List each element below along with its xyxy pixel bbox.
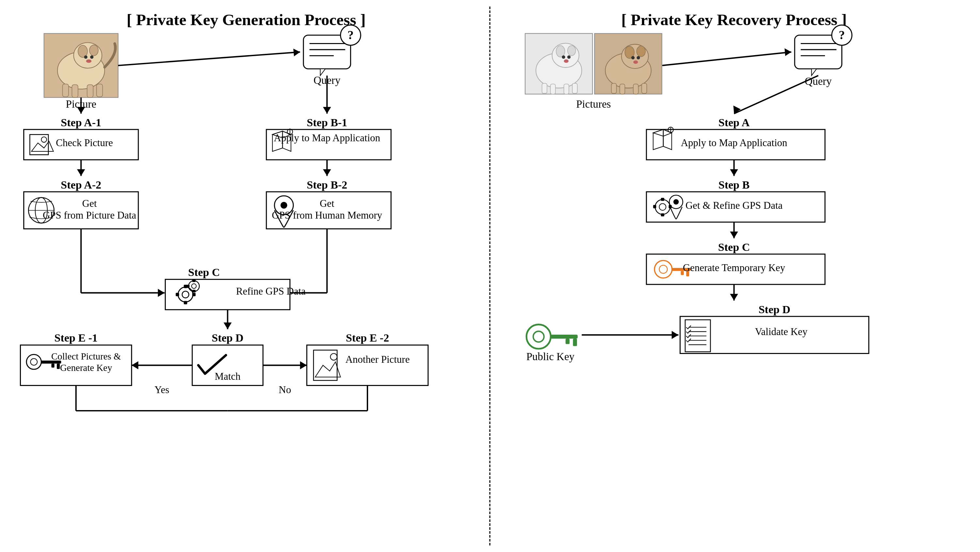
- arrow-pic-a1-head: [77, 107, 85, 114]
- c2-tooth3: [186, 285, 189, 288]
- c2-tooth2: [192, 290, 196, 292]
- step-b2-text1: Get: [320, 198, 334, 209]
- step-a2-text1: Get: [82, 198, 97, 209]
- step-a2-label: Step A-2: [61, 179, 101, 191]
- c-tooth2: [184, 301, 187, 304]
- public-key-tooth1: [573, 339, 577, 346]
- r-arrow-query-a: [734, 76, 818, 114]
- rb-tooth1: [661, 198, 664, 200]
- rd1-head: [552, 43, 579, 68]
- arrow-query-b1-head: [323, 107, 331, 114]
- dog-eye-right: [90, 56, 93, 59]
- step-rb-text: Get & Refine GPS Data: [685, 200, 783, 211]
- step-a1-label: Step A-1: [61, 116, 101, 129]
- rd1-eye-l: [562, 56, 565, 59]
- r-arrow-b-c-head: [730, 232, 738, 239]
- dog-leg3: [87, 85, 93, 97]
- arrow-a1-a2-head: [77, 169, 85, 176]
- public-key-ring-inner: [533, 331, 544, 342]
- rd2-eye-l: [631, 56, 635, 59]
- arrow-d-e1-head: [132, 361, 138, 369]
- step-rb-label: Step B: [718, 179, 749, 191]
- step-rd-text: Validate Key: [755, 326, 807, 337]
- rd1-l2: [550, 84, 555, 94]
- step-b2-label: Step B-2: [307, 179, 347, 191]
- dog-eye-left: [84, 56, 88, 59]
- step-a1-text: Check Picture: [56, 137, 113, 148]
- dog-leg2: [72, 85, 78, 97]
- step-e2-label: Step E -2: [346, 332, 389, 344]
- step-rc-text: Generate Temporary Key: [683, 262, 785, 274]
- public-key-ring: [527, 325, 550, 349]
- right-panel: [ Private Key Recovery Process ]: [495, 6, 974, 546]
- e1-text1: Collect Pictures &: [51, 351, 121, 361]
- rd1-ear-l: [556, 46, 565, 57]
- r-arrow-pk-d-head: [671, 331, 678, 339]
- step-d-text: Match: [215, 371, 241, 382]
- public-key-tooth2: [566, 339, 570, 344]
- rd2-eye-r: [636, 56, 640, 59]
- r-arrow-pics-query: [662, 52, 791, 65]
- rd2-ear-r: [636, 46, 645, 57]
- dog-head: [74, 42, 102, 68]
- rd2-l2: [620, 84, 625, 94]
- dog-nose: [86, 59, 92, 63]
- arrow-c-d-head: [224, 322, 232, 329]
- rd1-ear-r: [568, 46, 576, 56]
- left-title: [ Private Key Generation Process ]: [127, 11, 366, 29]
- arrow-a2-c-head: [158, 289, 165, 297]
- b2-pin-dot: [281, 202, 288, 209]
- rb-pin-dot: [673, 199, 679, 205]
- c2-tooth1: [192, 279, 196, 282]
- c-tooth3: [176, 293, 179, 296]
- step-ra-label: Step A: [718, 116, 749, 129]
- r-arrow-c-d-head: [730, 294, 738, 301]
- step-b1-label: Step B-1: [307, 116, 347, 129]
- dog-ear-right: [89, 45, 98, 56]
- rd1-l4: [572, 83, 577, 93]
- step-ra-text: Apply to Map Application: [681, 137, 788, 148]
- r-arrow-pics-query-head: [784, 48, 791, 56]
- step-c-text: Refine GPS Data: [236, 285, 306, 297]
- yes-label: Yes: [155, 384, 169, 395]
- e2-text1: Another Picture: [345, 354, 410, 365]
- rb-tooth2: [661, 213, 664, 216]
- left-panel: [ Private Key Generation Process ] Pictu…: [6, 6, 486, 546]
- step-rc-label: Step C: [718, 241, 749, 253]
- rd2-nose: [633, 60, 638, 64]
- arrow-pic-to-query: [118, 52, 300, 65]
- arrow-pic-query-head: [293, 49, 300, 56]
- pictures-label: Pictures: [576, 98, 611, 110]
- rd2-l3: [633, 84, 638, 94]
- rd1-l1: [542, 83, 547, 93]
- arrow-b1-b2-head: [323, 169, 331, 176]
- query-question-mark: ?: [348, 29, 354, 42]
- rb-tooth3: [653, 205, 656, 208]
- no-label: No: [279, 384, 291, 395]
- public-key-shaft: [550, 335, 578, 339]
- rd1-l3: [563, 84, 568, 94]
- step-rd-label: Step D: [759, 304, 790, 315]
- r-arrow-a-b-head: [730, 169, 738, 176]
- rd1-nose: [563, 59, 568, 63]
- e1-key-tooth2: [51, 363, 54, 367]
- step-e1-label: Step E -1: [54, 332, 97, 344]
- rd2-l4: [641, 83, 646, 93]
- left-diagram: [ Private Key Generation Process ] Pictu…: [6, 6, 486, 546]
- r-query-label: Query: [805, 75, 832, 87]
- step-c-label: Step C: [188, 266, 220, 278]
- step-d-label: Step D: [212, 332, 243, 344]
- rd1-eye-r: [567, 56, 570, 59]
- rd2-l1: [611, 83, 616, 93]
- b1-text1: Apply to Map Application: [274, 132, 380, 143]
- panel-divider: [489, 6, 491, 546]
- step-a2-text2: GPS from Picture Data: [43, 210, 137, 221]
- r-bubble-tail: [811, 69, 816, 76]
- e1-text2: Generate Key: [60, 363, 112, 373]
- e1-key-tooth1: [57, 363, 60, 369]
- c-tooth4: [192, 293, 196, 296]
- r-query-question-mark: ?: [839, 29, 845, 42]
- step-e2-box: [307, 345, 428, 386]
- public-key-label: Public Key: [526, 351, 574, 363]
- dog-leg1: [63, 84, 69, 97]
